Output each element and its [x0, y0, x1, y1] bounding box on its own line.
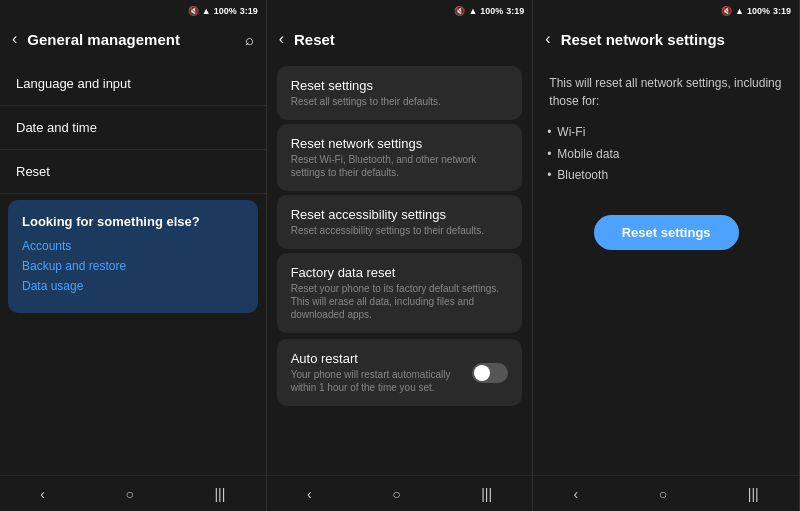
- page-title-1: General management: [27, 31, 234, 48]
- bullet-list: Wi-Fi Mobile data Bluetooth: [533, 118, 799, 199]
- reset-settings-button[interactable]: Reset settings: [594, 215, 739, 250]
- mute-icon: 🔇: [188, 6, 199, 16]
- signal-icon: ▲: [202, 6, 211, 16]
- nav-recent-2[interactable]: |||: [469, 482, 504, 506]
- reset-accessibility-item[interactable]: Reset accessibility settings Reset acces…: [277, 195, 523, 249]
- content-1: Language and input Date and time Reset L…: [0, 56, 266, 475]
- header-3: ‹ Reset network settings: [533, 22, 799, 56]
- signal-icon-2: ▲: [468, 6, 477, 16]
- auto-restart-subtitle: Your phone will restart automatically wi…: [291, 368, 473, 394]
- factory-reset-title: Factory data reset: [291, 265, 509, 280]
- nav-bar-2: ‹ ○ |||: [267, 475, 533, 511]
- time-1: 3:19: [240, 6, 258, 16]
- nav-recent-1[interactable]: |||: [202, 482, 237, 506]
- page-title-2: Reset: [294, 31, 520, 48]
- panel-general-management: 🔇 ▲ 100% 3:19 ‹ General management ⌕ Lan…: [0, 0, 267, 511]
- nav-home-2[interactable]: ○: [380, 482, 412, 506]
- nav-home-1[interactable]: ○: [113, 482, 145, 506]
- auto-restart-info: Auto restart Your phone will restart aut…: [291, 351, 473, 394]
- mute-icon-2: 🔇: [454, 6, 465, 16]
- backup-link[interactable]: Backup and restore: [22, 259, 244, 273]
- auto-restart-item: Auto restart Your phone will restart aut…: [277, 339, 523, 406]
- nav-back-1[interactable]: ‹: [28, 482, 57, 506]
- reset-accessibility-subtitle: Reset accessibility settings to their de…: [291, 224, 509, 237]
- time-3: 3:19: [773, 6, 791, 16]
- page-title-3: Reset network settings: [561, 31, 787, 48]
- reset-settings-title: Reset settings: [291, 78, 509, 93]
- reset-settings-item[interactable]: Reset settings Reset all settings to the…: [277, 66, 523, 120]
- nav-home-3[interactable]: ○: [647, 482, 679, 506]
- menu-item-language-text: Language and input: [16, 76, 250, 91]
- panel-reset: 🔇 ▲ 100% 3:19 ‹ Reset Reset settings Res…: [267, 0, 534, 511]
- nav-back-3[interactable]: ‹: [562, 482, 591, 506]
- panel-reset-network: 🔇 ▲ 100% 3:19 ‹ Reset network settings T…: [533, 0, 800, 511]
- status-bar-1: 🔇 ▲ 100% 3:19: [0, 0, 266, 22]
- accounts-link[interactable]: Accounts: [22, 239, 244, 253]
- reset-network-info: This will reset all network settings, in…: [533, 62, 799, 118]
- nav-back-2[interactable]: ‹: [295, 482, 324, 506]
- time-2: 3:19: [506, 6, 524, 16]
- menu-item-reset[interactable]: Reset: [0, 150, 266, 194]
- battery-2: 100%: [480, 6, 503, 16]
- looking-for-section: Looking for something else? Accounts Bac…: [8, 200, 258, 313]
- auto-restart-toggle[interactable]: [472, 363, 508, 383]
- battery-3: 100%: [747, 6, 770, 16]
- search-icon-1[interactable]: ⌕: [245, 31, 254, 48]
- reset-network-title: Reset network settings: [291, 136, 509, 151]
- menu-item-language[interactable]: Language and input: [0, 62, 266, 106]
- menu-item-reset-text: Reset: [16, 164, 250, 179]
- data-usage-link[interactable]: Data usage: [22, 279, 244, 293]
- menu-item-datetime-text: Date and time: [16, 120, 250, 135]
- menu-item-datetime[interactable]: Date and time: [0, 106, 266, 150]
- nav-recent-3[interactable]: |||: [736, 482, 771, 506]
- header-1: ‹ General management ⌕: [0, 22, 266, 56]
- mute-icon-3: 🔇: [721, 6, 732, 16]
- back-button-1[interactable]: ‹: [12, 30, 17, 48]
- status-bar-3: 🔇 ▲ 100% 3:19: [533, 0, 799, 22]
- looking-title: Looking for something else?: [22, 214, 244, 229]
- content-2: Reset settings Reset all settings to the…: [267, 56, 533, 475]
- signal-icon-3: ▲: [735, 6, 744, 16]
- header-2: ‹ Reset: [267, 22, 533, 56]
- reset-settings-subtitle: Reset all settings to their defaults.: [291, 95, 509, 108]
- content-3: This will reset all network settings, in…: [533, 56, 799, 475]
- bullet-mobile-data: Mobile data: [557, 144, 783, 166]
- back-button-3[interactable]: ‹: [545, 30, 550, 48]
- factory-reset-subtitle: Reset your phone to its factory default …: [291, 282, 509, 321]
- bullet-bluetooth: Bluetooth: [557, 165, 783, 187]
- nav-bar-3: ‹ ○ |||: [533, 475, 799, 511]
- back-button-2[interactable]: ‹: [279, 30, 284, 48]
- auto-restart-toggle-row: Auto restart Your phone will restart aut…: [291, 351, 509, 394]
- nav-bar-1: ‹ ○ |||: [0, 475, 266, 511]
- battery-1: 100%: [214, 6, 237, 16]
- reset-network-subtitle: Reset Wi-Fi, Bluetooth, and other networ…: [291, 153, 509, 179]
- factory-reset-item[interactable]: Factory data reset Reset your phone to i…: [277, 253, 523, 333]
- reset-accessibility-title: Reset accessibility settings: [291, 207, 509, 222]
- bullet-wifi: Wi-Fi: [557, 122, 783, 144]
- status-bar-2: 🔇 ▲ 100% 3:19: [267, 0, 533, 22]
- reset-network-item[interactable]: Reset network settings Reset Wi-Fi, Blue…: [277, 124, 523, 191]
- auto-restart-title: Auto restart: [291, 351, 473, 366]
